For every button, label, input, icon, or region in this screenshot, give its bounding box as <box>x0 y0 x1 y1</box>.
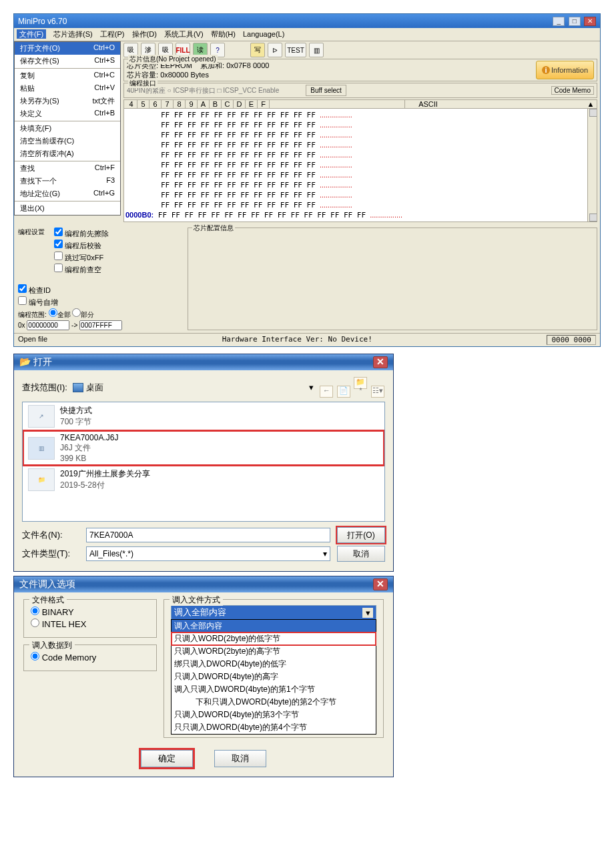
format-intelhex[interactable]: INTEL HEX <box>31 618 149 629</box>
new-folname-icon[interactable]: 📁* <box>354 377 367 389</box>
menu-project[interactable]: 工程(P) <box>100 30 125 38</box>
opts-close[interactable]: ✕ <box>373 578 388 590</box>
opt-auto-inc[interactable]: 编号自增 <box>18 296 122 308</box>
file-menu-item[interactable]: 地址定位(G)Ctrl+G <box>15 187 120 200</box>
back-icon[interactable]: ← <box>320 386 333 398</box>
code-memo-tab[interactable]: Code Memo <box>551 86 594 95</box>
up-icon[interactable]: 📄 <box>337 386 350 398</box>
views-icon[interactable]: ☷▾ <box>371 386 384 398</box>
minimize-button[interactable]: _ <box>553 17 565 26</box>
range-from[interactable] <box>27 320 69 330</box>
load-mode-group: 调入文件方式 调入全部内容▾ 调入全部内容 只调入WORD(2byte)的低字节… <box>164 599 384 738</box>
toolbar-go[interactable]: ᐅ <box>268 43 282 57</box>
toolbar-test[interactable]: TEST <box>285 43 306 57</box>
information-button[interactable]: iInformation <box>536 61 594 79</box>
range-to[interactable] <box>79 320 122 330</box>
menu-chip[interactable]: 芯片选择(S) <box>53 30 93 38</box>
maximize-button[interactable]: □ <box>569 17 581 26</box>
opt-check-id[interactable]: 检查ID <box>18 284 122 296</box>
file-list[interactable]: ↗ 快捷方式 700 字节 ▥ 7KEA7000A.J6J J6J 文件 399… <box>22 402 385 522</box>
opt-erase[interactable]: 编程前先擦除 <box>54 228 109 239</box>
chevron-down-icon[interactable]: ▾ <box>309 382 314 392</box>
cancel-button[interactable]: 取消 <box>337 546 385 562</box>
format-binary[interactable]: BINARY <box>31 606 149 617</box>
lookin-label: 查找范围(I): <box>22 382 67 394</box>
load-mode-dropdown[interactable]: 调入全部内容 只调入WORD(2byte)的低字节 只调入WORD(2byte)… <box>171 619 376 735</box>
load-opt-dword-b3[interactable]: 只调入DWORD(4byte)的第3个字节 <box>172 709 376 721</box>
status-bar: Open file Hardware Interface Ver: No Dev… <box>14 333 600 346</box>
range-row[interactable]: 编程范围: 全部 部分 <box>18 308 122 320</box>
load-opt-all[interactable]: 调入全部内容 <box>172 620 376 632</box>
open-dialog-close[interactable]: ✕ <box>373 356 388 368</box>
chevron-down-icon[interactable]: ▾ <box>323 549 327 558</box>
menu-file[interactable]: 文件(F) <box>17 29 46 39</box>
open-dialog: 📂 打开 ✕ 查找范围(I): 桌面 ▾ ← 📄 📁* ☷▾ ↗ 快捷方式 70… <box>13 354 394 572</box>
file-menu-item[interactable]: 退出(X) <box>15 202 120 215</box>
file-menu-item[interactable]: 清空当前缓存(C) <box>15 135 120 147</box>
vertical-scrollbar[interactable] <box>587 109 597 222</box>
load-opt-dword-b1[interactable]: 调入只调入DWORD(4byte)的第1个字节 <box>172 683 376 696</box>
scroll-up-icon[interactable]: ▲ <box>586 100 595 108</box>
load-opt-dword-b4[interactable]: 只只调入DWORD(4byte)的第4个字节 <box>172 721 376 734</box>
load-opt-word-high[interactable]: 只调入WORD(2byte)的高字节 <box>172 645 376 658</box>
list-item[interactable]: 📁 2019广州推土展参关分享 2019-5-28付 <box>23 466 384 494</box>
menu-help[interactable]: 帮助(H) <box>211 30 236 38</box>
hex-col: B <box>210 100 222 108</box>
opt-verify[interactable]: 编程后校验 <box>54 240 109 251</box>
load-opt-dword-b2[interactable]: 下和只调入DWORD(4byte)的第2个字节 <box>172 696 376 709</box>
file-menu-item[interactable]: 块定义Ctrl+B <box>15 107 120 120</box>
file-menu-item[interactable]: 打开文件(O)Ctrl+O <box>15 42 120 55</box>
desktop-icon <box>73 383 83 392</box>
close-button[interactable]: ✕ <box>584 17 596 26</box>
file-dropdown[interactable]: 打开文件(O)Ctrl+O保存文件(S)Ctrl+S复制Ctrl+C粘贴Ctrl… <box>14 41 121 215</box>
chevron-down-icon[interactable]: ▾ <box>362 608 373 618</box>
open-dialog-title-bar[interactable]: 📂 打开 ✕ <box>14 354 393 370</box>
file-menu-item[interactable]: 保存文件(S)Ctrl+S <box>15 55 120 67</box>
toolbar-write[interactable]: 写 <box>250 43 265 57</box>
menu-language[interactable]: Language(L) <box>243 30 284 38</box>
file-menu-item[interactable]: 清空所有缓冲(A) <box>15 147 120 160</box>
opts-title: 文件调入选项 <box>19 578 75 590</box>
opt-skip-ff[interactable]: 跳过写0xFF <box>54 252 109 263</box>
lookin-combo[interactable]: 桌面 ▾ <box>73 382 314 394</box>
chip-info-legend: 芯片信息(No Project opened) <box>128 55 218 64</box>
toolbar-ic[interactable]: ▥ <box>309 43 324 57</box>
filetype-label: 文件类型(T): <box>22 548 79 560</box>
title-bar[interactable]: MiniPro v6.70 _ □ ✕ <box>14 14 600 28</box>
menu-bar[interactable]: 文件(F) 芯片选择(S) 工程(P) 操作(D) 系统工具(V) 帮助(H) … <box>14 28 600 41</box>
format-legend: 文件格式 <box>29 594 67 606</box>
load-opt-dword-high[interactable]: 只调入DWORD(4byte)的高字 <box>172 671 376 683</box>
open-button[interactable]: 打开(O) <box>337 527 385 543</box>
file-menu-item[interactable]: 块填充(F) <box>15 122 120 135</box>
cancel-button[interactable]: 取消 <box>214 750 266 767</box>
range-inputs[interactable]: 0x -> <box>18 320 122 330</box>
filetype-combo[interactable]: All_Files(*.*)▾ <box>86 546 330 561</box>
load-legend: 调入文件方式 <box>170 594 223 606</box>
hex-col: 5 <box>137 100 149 108</box>
opts-title-bar[interactable]: 文件调入选项 ✕ <box>14 576 393 592</box>
file-menu-item[interactable]: 块另存为(S)txt文件 <box>15 95 120 107</box>
list-item-selected[interactable]: ▥ 7KEA7000A.J6J J6J 文件 399 KB <box>23 430 384 466</box>
chip-size-value: 0x80000 Bytes <box>160 71 209 79</box>
load-opt-dword-low[interactable]: 绑只调入DWORD(4byte)的低字 <box>172 658 376 671</box>
list-item[interactable]: ↗ 快捷方式 700 字节 <box>23 402 384 430</box>
filename-input[interactable] <box>86 528 330 542</box>
menu-tools[interactable]: 系统工具(V) <box>164 30 204 38</box>
menu-operate[interactable]: 操作(D) <box>132 30 157 38</box>
file-menu-item[interactable]: 查找下一个F3 <box>15 175 120 187</box>
hex-col: F <box>258 100 270 108</box>
load-mode-combo[interactable]: 调入全部内容▾ <box>171 605 376 620</box>
folder-icon: 📁 <box>28 468 55 491</box>
file-menu-item[interactable]: 查找Ctrl+F <box>15 162 120 175</box>
prog-if-legend: 编程接口 <box>128 79 158 88</box>
hex-viewer[interactable]: FF FF FF FF FF FF FF FF FF FF FF FF ....… <box>123 109 597 222</box>
dest-code-memory[interactable]: Code Memory <box>31 652 149 663</box>
opt-blank-check[interactable]: 编程前查空 <box>54 264 109 275</box>
file-menu-item[interactable]: 复制Ctrl+C <box>15 69 120 82</box>
hex-col: 4 <box>125 100 137 108</box>
ok-button[interactable]: 确定 <box>141 750 193 767</box>
status-mid: Hardware Interface Ver: No Device! <box>222 335 372 345</box>
load-opt-word-low[interactable]: 只调入WORD(2byte)的低字节 <box>172 632 376 645</box>
file-menu-item[interactable]: 粘贴Ctrl+V <box>15 82 120 95</box>
app-title: MiniPro v6.70 <box>18 17 67 26</box>
